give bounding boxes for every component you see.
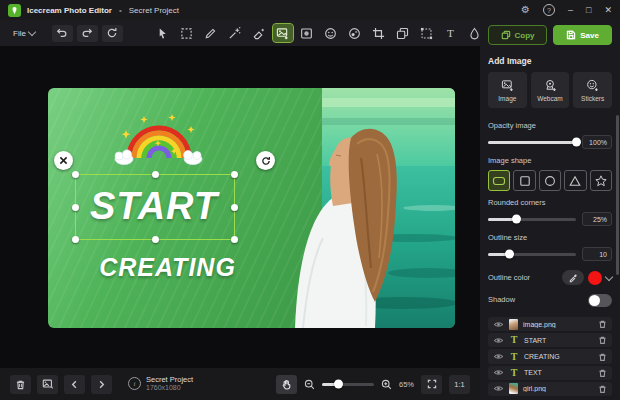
tool-resize-button[interactable] — [417, 24, 437, 42]
shape-square-button[interactable] — [513, 170, 535, 191]
opacity-slider[interactable] — [488, 141, 576, 144]
webcam-source-label: Webcam — [537, 95, 563, 102]
copy-button[interactable]: Copy — [488, 25, 547, 45]
tool-text-button[interactable]: T — [441, 24, 461, 42]
canvas-text-start[interactable]: START — [75, 174, 233, 238]
layer-thumbnail — [509, 383, 518, 394]
add-image-source-button[interactable]: Image — [488, 72, 527, 108]
shape-circle-button[interactable] — [539, 170, 561, 191]
export-image-button[interactable] — [37, 375, 58, 394]
shape-triangle-button[interactable] — [564, 170, 586, 191]
trash-icon[interactable] — [598, 352, 607, 362]
trash-icon[interactable] — [598, 335, 607, 345]
status-project-name: Secret Project — [146, 376, 193, 385]
actual-size-label: 1:1 — [454, 380, 464, 389]
shadow-toggle-knob[interactable] — [589, 295, 600, 306]
tool-vignette-button[interactable] — [297, 24, 317, 42]
shape-star-button[interactable] — [590, 170, 612, 191]
project-info-icon[interactable]: i — [128, 377, 141, 390]
outline-color-swatch[interactable] — [588, 271, 602, 285]
panel-scrollbar[interactable] — [616, 115, 619, 275]
add-webcam-source-button[interactable]: Webcam — [531, 72, 570, 108]
layer-row-creating[interactable]: T CREATING — [488, 349, 612, 363]
zoom-out-icon[interactable] — [304, 379, 315, 390]
zoom-slider[interactable] — [322, 383, 374, 386]
minimize-button[interactable]: – — [568, 5, 573, 15]
trash-icon[interactable] — [598, 384, 607, 394]
zoom-slider-knob[interactable] — [334, 380, 343, 389]
outline-size-value[interactable]: 10 — [582, 247, 612, 261]
settings-gear-icon[interactable]: ⚙ — [521, 5, 530, 15]
rainbow-sticker[interactable] — [114, 108, 204, 168]
app-title: Icecream Photo Editor — [27, 6, 112, 15]
close-button[interactable]: ✕ — [604, 5, 612, 15]
eye-icon[interactable] — [493, 336, 504, 345]
help-icon[interactable]: ? — [543, 4, 555, 16]
layer-name: CREATING — [524, 353, 593, 360]
eye-icon[interactable] — [493, 384, 504, 393]
rounded-corners-value[interactable]: 25% — [582, 212, 612, 226]
pan-hand-button[interactable] — [276, 375, 297, 394]
opacity-value[interactable]: 100% — [582, 135, 612, 149]
color-chevron-down-icon[interactable] — [605, 272, 613, 280]
maximize-button[interactable]: □ — [586, 5, 591, 15]
tools-group: T — [153, 24, 533, 42]
actual-size-button[interactable]: 1:1 — [449, 375, 470, 394]
next-button[interactable] — [91, 375, 112, 394]
tool-magic-wand-button[interactable] — [225, 24, 245, 42]
eye-icon[interactable] — [493, 352, 504, 361]
eye-icon[interactable] — [493, 368, 504, 377]
panel-section-title: Add Image — [488, 56, 612, 66]
outline-size-label: Outline size — [488, 233, 612, 242]
layer-thumbnail — [509, 319, 518, 330]
tool-crop-button[interactable] — [369, 24, 389, 42]
tool-add-image-button[interactable] — [273, 24, 293, 42]
tool-sticker-button[interactable] — [321, 24, 341, 42]
undo-button[interactable] — [52, 25, 73, 42]
rotate-selection-button[interactable] — [256, 151, 275, 170]
save-button[interactable]: Save — [553, 25, 612, 45]
tool-pencil-button[interactable] — [201, 24, 221, 42]
svg-text:T: T — [447, 27, 454, 39]
add-stickers-source-button[interactable]: Stickers — [573, 72, 612, 108]
previous-button[interactable] — [64, 375, 85, 394]
layer-row-start[interactable]: T START — [488, 333, 612, 347]
eye-icon[interactable] — [493, 320, 504, 329]
trash-icon[interactable] — [598, 368, 607, 378]
layer-name: girl.png — [523, 385, 593, 392]
text-layer-icon: T — [509, 335, 519, 345]
layer-row-image-png[interactable]: image.png — [488, 317, 612, 331]
app-logo-icon — [8, 4, 21, 17]
tool-marquee-select-button[interactable] — [177, 24, 197, 42]
shadow-toggle[interactable] — [588, 294, 612, 307]
redo-button[interactable] — [77, 25, 98, 42]
outline-size-slider[interactable] — [488, 253, 576, 256]
tool-pointer-button[interactable] — [153, 24, 173, 42]
canvas-text-creating[interactable]: CREATING — [85, 248, 250, 286]
rounded-corners-knob[interactable] — [512, 215, 521, 224]
opacity-slider-knob[interactable] — [572, 138, 581, 147]
tool-duplicate-button[interactable] — [393, 24, 413, 42]
canvas-image[interactable]: START CREATING — [48, 88, 455, 328]
shape-rounded-rect-button[interactable] — [488, 170, 510, 191]
rounded-corners-slider[interactable] — [488, 218, 576, 221]
zoom-in-icon[interactable] — [381, 379, 392, 390]
eyedropper-button[interactable] — [562, 270, 584, 285]
tool-smart-eraser-button[interactable] — [249, 24, 269, 42]
layer-row-text[interactable]: T TEXT — [488, 366, 612, 380]
file-menu-button[interactable]: File — [8, 26, 40, 41]
text-layer-icon: T — [509, 368, 519, 378]
statusbar: i Secret Project 1760x1080 65% — [0, 368, 480, 400]
canvas-workspace[interactable]: START CREATING — [0, 46, 480, 368]
girl-photo[interactable] — [273, 88, 455, 328]
status-dimensions: 1760x1080 — [146, 384, 193, 392]
delete-project-button[interactable] — [10, 375, 31, 394]
tool-color-adjust-button[interactable] — [345, 24, 365, 42]
fit-screen-button[interactable] — [421, 375, 442, 394]
outline-size-knob[interactable] — [505, 250, 514, 259]
layer-row-girl-png[interactable]: girl.png — [488, 382, 612, 396]
trash-icon[interactable] — [598, 319, 607, 329]
right-panel: Copy Save Add Image Image Webcam — [480, 20, 620, 400]
reset-button[interactable] — [102, 25, 123, 42]
delete-selection-button[interactable] — [54, 151, 73, 170]
